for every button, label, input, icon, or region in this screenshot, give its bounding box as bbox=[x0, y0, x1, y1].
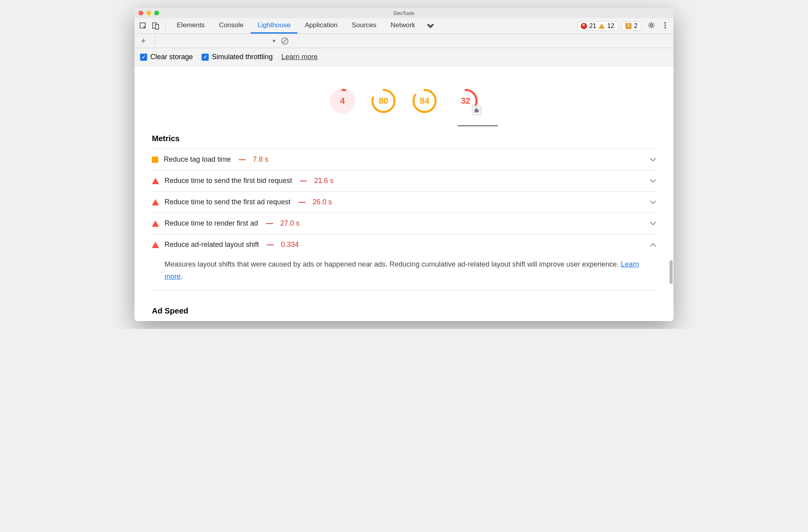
gauge-score: 80 bbox=[371, 88, 396, 114]
settings-icon[interactable] bbox=[645, 21, 658, 31]
score-gauges: 4 80 84 32 bbox=[135, 66, 673, 125]
metric-label: Reduce ad-related layout shift bbox=[165, 241, 259, 249]
metric-value: 21.6 s bbox=[314, 177, 333, 185]
metric-row[interactable]: Reduce time to send the first bid reques… bbox=[152, 170, 656, 191]
metric-value: 27.0 s bbox=[280, 219, 299, 228]
clear-storage-checkbox[interactable]: Clear storage bbox=[140, 53, 193, 61]
metrics-title: Metrics bbox=[152, 134, 656, 143]
triangle-icon bbox=[152, 199, 159, 205]
learn-more-link[interactable]: Learn more bbox=[165, 260, 639, 280]
issues-badge[interactable]: 2 bbox=[622, 21, 641, 31]
metric-dash: — bbox=[300, 177, 307, 185]
plugin-icon bbox=[472, 106, 481, 115]
tab-network[interactable]: Network bbox=[383, 18, 422, 34]
metric-value: 7.8 s bbox=[253, 155, 268, 164]
metric-row[interactable]: Reduce time to render first ad — 27.0 s bbox=[152, 213, 656, 234]
checkbox-checked-icon bbox=[140, 54, 147, 61]
toolbar-divider bbox=[165, 22, 166, 30]
metric-row[interactable]: Reduce tag load time — 7.8 s bbox=[152, 149, 656, 170]
gauge-score: 4 bbox=[330, 88, 355, 114]
metric-row[interactable]: Reduce time to send the first ad request… bbox=[152, 191, 656, 213]
metric-dash: — bbox=[267, 241, 274, 249]
ad-speed-section: Ad Speed bbox=[135, 291, 673, 321]
score-gauge-0[interactable]: 4 bbox=[330, 88, 355, 114]
subbar-divider bbox=[155, 37, 155, 45]
chevron-down-icon bbox=[650, 156, 656, 163]
triangle-icon bbox=[152, 178, 159, 184]
warning-count: 12 bbox=[607, 22, 614, 30]
score-gauge-2[interactable]: 84 bbox=[412, 88, 437, 114]
metric-label: Reduce time to send the first bid reques… bbox=[165, 177, 292, 185]
chevron-down-icon bbox=[650, 220, 656, 227]
svg-point-4 bbox=[664, 22, 666, 24]
metric-label: Reduce tag load time bbox=[164, 155, 231, 164]
report-dropdown-icon[interactable]: ▼ bbox=[272, 38, 277, 44]
triangle-icon bbox=[152, 242, 159, 248]
warning-icon bbox=[599, 23, 605, 29]
devtools-tabs: Elements Console Lighthouse Application … bbox=[170, 18, 576, 34]
minimize-window-button[interactable] bbox=[146, 11, 151, 15]
devtools-toolbar: Elements Console Lighthouse Application … bbox=[135, 18, 673, 34]
svg-rect-2 bbox=[155, 24, 159, 29]
metric-row[interactable]: Reduce ad-related layout shift — 0.334 bbox=[152, 234, 656, 255]
metric-value: 0.334 bbox=[281, 241, 299, 249]
ad-speed-title: Ad Speed bbox=[152, 306, 656, 315]
chevron-down-icon bbox=[650, 199, 656, 206]
chevron-down-icon bbox=[650, 177, 656, 185]
gauge-score: 84 bbox=[412, 88, 437, 114]
issue-icon bbox=[625, 23, 632, 29]
issue-count: 2 bbox=[634, 22, 638, 30]
new-report-icon[interactable]: + bbox=[138, 36, 148, 46]
tab-lighthouse[interactable]: Lighthouse bbox=[251, 18, 297, 34]
metrics-section: Metrics Reduce tag load time — 7.8 s Red… bbox=[135, 126, 673, 291]
score-gauge-1[interactable]: 80 bbox=[371, 88, 396, 114]
metric-description: Measures layout shifts that were caused … bbox=[152, 255, 656, 291]
svg-line-8 bbox=[282, 39, 287, 43]
square-icon bbox=[152, 157, 158, 163]
learn-more-link[interactable]: Learn more bbox=[281, 53, 318, 61]
simulated-throttling-checkbox[interactable]: Simulated throttling bbox=[202, 53, 273, 61]
metric-dash: — bbox=[298, 198, 305, 206]
error-icon bbox=[581, 23, 587, 29]
window-titlebar: DevTools bbox=[135, 8, 673, 18]
close-window-button[interactable] bbox=[138, 11, 143, 15]
more-menu-icon[interactable] bbox=[662, 21, 669, 31]
metric-dash: — bbox=[266, 219, 273, 228]
metric-label: Reduce time to send the first ad request bbox=[165, 198, 290, 206]
error-count: 21 bbox=[589, 22, 597, 30]
tab-console[interactable]: Console bbox=[212, 18, 251, 34]
metric-label: Reduce time to render first ad bbox=[165, 219, 258, 228]
lighthouse-subbar: + ▼ bbox=[135, 34, 673, 48]
metric-dash: — bbox=[239, 155, 246, 164]
clear-storage-label: Clear storage bbox=[150, 53, 193, 61]
simulated-throttling-label: Simulated throttling bbox=[212, 53, 273, 61]
checkbox-checked-icon bbox=[202, 54, 209, 61]
scrollbar[interactable] bbox=[670, 260, 673, 284]
console-errors-warnings-badge[interactable]: 21 12 bbox=[577, 21, 618, 31]
svg-point-5 bbox=[664, 24, 666, 26]
window-title: DevTools bbox=[393, 10, 414, 16]
svg-point-6 bbox=[664, 27, 666, 28]
score-gauge-3[interactable]: 32 bbox=[453, 88, 478, 114]
tab-sources[interactable]: Sources bbox=[345, 18, 383, 34]
maximize-window-button[interactable] bbox=[154, 11, 159, 15]
svg-point-3 bbox=[650, 24, 653, 26]
chevron-up-icon bbox=[650, 241, 656, 248]
tab-application[interactable]: Application bbox=[297, 18, 344, 34]
triangle-icon bbox=[152, 220, 159, 227]
more-tabs-icon[interactable] bbox=[422, 18, 439, 34]
metric-value: 26.0 s bbox=[312, 198, 332, 206]
tab-elements[interactable]: Elements bbox=[170, 18, 212, 34]
lighthouse-options: Clear storage Simulated throttling Learn… bbox=[135, 48, 673, 66]
device-toggle-icon[interactable] bbox=[150, 21, 161, 32]
clear-icon[interactable] bbox=[281, 37, 289, 45]
inspect-element-icon[interactable] bbox=[138, 21, 149, 32]
